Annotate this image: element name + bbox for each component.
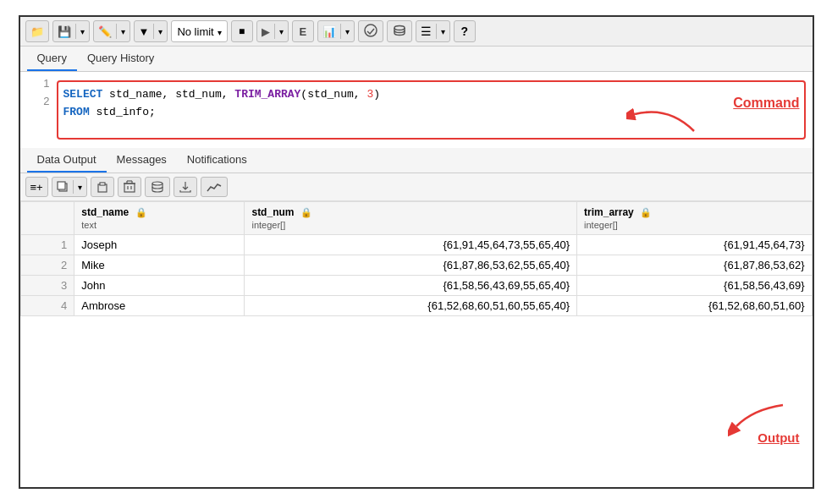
- cell-std-num-2: {61,87,86,53,62,55,65,40}: [245, 255, 577, 276]
- cell-trim-array-1: {61,91,45,64,73}: [577, 235, 812, 255]
- code-std-name: std_name, std_num,: [102, 88, 234, 101]
- coins1-icon: [364, 24, 377, 40]
- edit-button[interactable]: ✏️: [94, 23, 116, 41]
- tab-data-output[interactable]: Data Output: [27, 148, 107, 173]
- limit-chevron-icon: [218, 25, 222, 38]
- cell-trim-array-3: {61,58,56,43,69}: [577, 276, 812, 296]
- line-numbers: 1 2: [27, 75, 57, 145]
- filter-button[interactable]: ▼: [135, 23, 154, 41]
- table-container[interactable]: std_name 🔒 text std_num 🔒 integer[] trim…: [20, 201, 813, 487]
- cell-trim-array-2: {61,87,86,53,62}: [577, 255, 812, 276]
- cell-std-name-3: John: [74, 276, 245, 296]
- help-button[interactable]: ?: [454, 20, 476, 42]
- line-num-2: 2: [27, 93, 50, 111]
- save-button[interactable]: 💾: [53, 23, 75, 41]
- graph-button[interactable]: [201, 177, 228, 197]
- results-toolbar: ≡+: [20, 173, 813, 201]
- cell-trim-array-4: {61,52,68,60,51,60}: [577, 296, 812, 316]
- table-row: 2 Mike {61,87,86,53,62,55,65,40} {61,87,…: [20, 255, 812, 276]
- db-button[interactable]: [145, 177, 170, 197]
- code-line-1: SELECT std_name, std_num, TRIM_ARRAY(std…: [63, 85, 799, 103]
- col-header-trim-array: trim_array 🔒 integer[]: [577, 202, 812, 235]
- table-row: 4 Ambrose {61,52,68,60,51,60,55,65,40} {…: [20, 296, 812, 316]
- explain-button[interactable]: E: [292, 20, 314, 42]
- run-button-group[interactable]: ▶: [256, 20, 289, 42]
- paste-button[interactable]: [91, 177, 114, 197]
- run-dropdown-button[interactable]: [275, 25, 288, 39]
- col-name-trim-array: trim_array: [584, 206, 634, 218]
- add-row-button-group[interactable]: ≡+: [25, 177, 48, 197]
- open-button-group[interactable]: 📁: [25, 20, 49, 42]
- col-type-std-name: text: [81, 220, 96, 230]
- chart-button-group[interactable]: 📊: [317, 20, 355, 42]
- kw-from: FROM: [63, 106, 90, 118]
- copy-dropdown-button[interactable]: [74, 181, 86, 194]
- save-dropdown-button[interactable]: [76, 25, 89, 39]
- delete-button[interactable]: [118, 177, 141, 197]
- col-name-std-num: std_num: [251, 206, 294, 218]
- col-type-trim-array: integer[]: [584, 220, 618, 230]
- list-dropdown-button[interactable]: [437, 25, 449, 39]
- cell-std-name-4: Ambrose: [74, 296, 245, 316]
- lock-icon-trim-array: 🔒: [640, 207, 652, 217]
- row-num-4: 4: [20, 296, 74, 316]
- copy-button-group[interactable]: [52, 177, 87, 197]
- lock-icon-std-name: 🔒: [135, 207, 147, 217]
- code-line-2: FROM std_info;: [63, 103, 799, 121]
- stop-button[interactable]: ■: [231, 20, 253, 42]
- download-button[interactable]: [174, 177, 197, 197]
- cell-std-num-1: {61,91,45,64,73,55,65,40}: [245, 235, 577, 255]
- edit-dropdown-button[interactable]: [117, 25, 129, 39]
- coins2-icon: [393, 24, 406, 40]
- kw-trim-array: TRIM_ARRAY: [234, 88, 300, 101]
- row-num-1: 1: [20, 235, 74, 255]
- cell-std-num-3: {61,58,56,43,69,55,65,40}: [245, 276, 577, 296]
- chart-dropdown-button[interactable]: [341, 25, 354, 39]
- svg-point-1: [394, 25, 405, 30]
- save-button-group[interactable]: 💾: [52, 20, 90, 42]
- tab-notifications[interactable]: Notifications: [177, 148, 257, 173]
- tab-query-history[interactable]: Query History: [77, 47, 164, 71]
- list-button-group[interactable]: ☰: [416, 20, 450, 42]
- explain-icon: E: [299, 25, 306, 38]
- lock-icon-std-num: 🔒: [300, 207, 312, 217]
- col-header-std-name: std_name 🔒 text: [74, 202, 245, 235]
- line-num-1: 1: [27, 75, 50, 93]
- coins1-button[interactable]: [358, 20, 383, 42]
- tab-query[interactable]: Query: [27, 47, 77, 71]
- col-header-std-num: std_num 🔒 integer[]: [245, 202, 577, 235]
- cell-std-name-1: Joseph: [74, 235, 245, 255]
- limit-dropdown[interactable]: No limit: [171, 20, 227, 42]
- coins2-button[interactable]: [387, 20, 412, 42]
- svg-rect-6: [100, 183, 105, 185]
- table-row: 3 John {61,58,56,43,69,55,65,40} {61,58,…: [20, 276, 812, 296]
- results-tabs-bar: Data Output Messages Notifications: [20, 148, 813, 173]
- filter-button-group[interactable]: ▼: [134, 20, 168, 42]
- cell-std-name-2: Mike: [74, 255, 245, 276]
- command-label: Command: [733, 96, 799, 110]
- code-paren: (std_num,: [300, 88, 366, 101]
- add-row-button[interactable]: ≡+: [26, 179, 47, 195]
- run-button[interactable]: ▶: [257, 23, 274, 41]
- edit-button-group[interactable]: ✏️: [93, 20, 130, 42]
- svg-point-0: [365, 25, 377, 36]
- table-row: 1 Joseph {61,91,45,64,73,55,65,40} {61,9…: [20, 235, 812, 255]
- main-window: 📁 💾 ✏️ ▼ No limit ■ ▶: [19, 15, 814, 489]
- row-num-3: 3: [20, 276, 74, 296]
- main-toolbar: 📁 💾 ✏️ ▼ No limit ■ ▶: [20, 17, 813, 47]
- svg-point-14: [152, 182, 163, 185]
- col-type-std-num: integer[]: [251, 220, 285, 230]
- list-button[interactable]: ☰: [416, 22, 436, 41]
- tab-messages[interactable]: Messages: [107, 148, 177, 173]
- editor-wrapper: 1 2 SELECT std_name, std_num, TRIM_ARRAY…: [20, 72, 813, 148]
- copy-button[interactable]: [52, 179, 73, 194]
- chart-button[interactable]: 📊: [318, 23, 340, 41]
- row-num-2: 2: [20, 255, 74, 276]
- code-from-table: std_info;: [90, 106, 156, 118]
- open-button[interactable]: 📁: [26, 23, 48, 41]
- stop-icon: ■: [239, 25, 245, 37]
- code-editor[interactable]: SELECT std_name, std_num, TRIM_ARRAY(std…: [57, 80, 806, 140]
- svg-rect-4: [58, 182, 65, 189]
- filter-dropdown-button[interactable]: [154, 25, 167, 39]
- svg-rect-7: [124, 184, 135, 192]
